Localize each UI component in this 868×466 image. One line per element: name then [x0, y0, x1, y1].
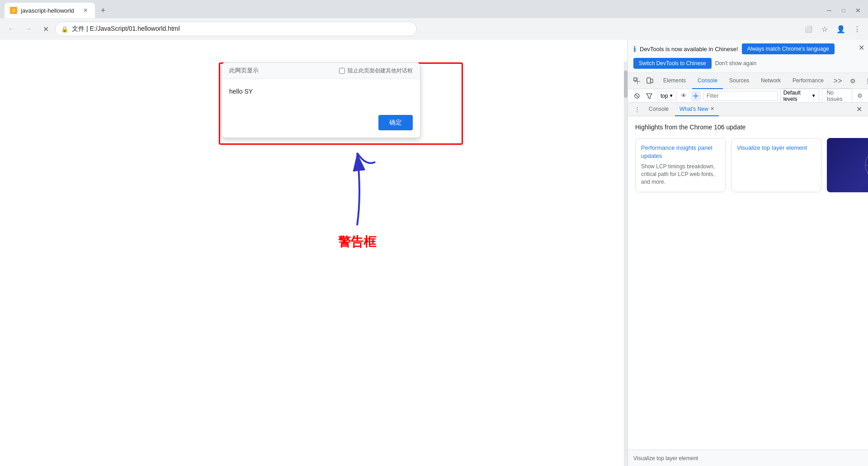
alert-body: hello SY — [222, 79, 420, 111]
new-tab-button[interactable]: + — [97, 4, 109, 17]
active-tab[interactable]: J javascript-helloworld ✕ — [5, 3, 95, 18]
forward-button[interactable]: → — [21, 21, 36, 37]
notification-close-button[interactable]: ✕ — [859, 43, 864, 52]
prevent-checkbox[interactable] — [339, 68, 345, 74]
address-text: 文件 | E:/JavaScript/01.helloworld.html — [72, 25, 411, 33]
devtools-bottom-panel: ⋮ Console What's New ✕ ✕ Highlights from… — [628, 103, 868, 466]
address-prefix: 文件 | — [72, 25, 88, 32]
main-area: 此网页显示 阻止此页面创建其他对话框 hello SY 确定 — [0, 40, 868, 466]
devtools-left-icons — [630, 76, 657, 86]
address-bar: ← → ✕ 🔒 文件 | E:/JavaScript/01.helloworld… — [0, 18, 868, 40]
console-gear-icon[interactable]: ⚙ — [855, 90, 864, 101]
top-context-select[interactable]: top ▼ — [657, 91, 677, 100]
card2-title[interactable]: Visualize top layer element — [737, 144, 816, 152]
visualize-text: Visualize top layer element — [633, 455, 698, 461]
lang-notification-text: DevTools is now available in Chinese! — [640, 46, 738, 52]
card1-desc: Show LCP timings breakdown, critical pat… — [641, 163, 720, 185]
device-toolbar-icon[interactable] — [644, 76, 655, 86]
page-scrollbar[interactable] — [624, 62, 627, 466]
alert-prevent-checkbox[interactable]: 阻止此页面创建其他对话框 — [339, 67, 413, 75]
language-notification: ℹ DevTools is now available in Chinese! … — [628, 40, 868, 73]
tab-close-button[interactable]: ✕ — [81, 6, 90, 14]
tab-sources[interactable]: Sources — [724, 73, 755, 89]
security-icon: 🔒 — [61, 26, 68, 33]
svg-rect-1 — [634, 78, 637, 81]
browser-frame: J javascript-helloworld ✕ + ─ □ ✕ ← → ✕ … — [0, 0, 868, 466]
update-card-performance: Performance insights panel updates Show … — [635, 138, 726, 192]
svg-line-7 — [636, 95, 638, 97]
settings-button[interactable]: ⚙ — [847, 75, 859, 87]
extensions-button[interactable]: ⋮ — [850, 22, 864, 36]
bottom-panel-menu-icon[interactable]: ⋮ — [632, 104, 642, 115]
update-card-text-2: Visualize top layer element — [731, 138, 821, 157]
filter-icon[interactable] — [644, 90, 655, 101]
arrow-annotation: 警告框 — [330, 148, 384, 251]
always-match-language-button[interactable]: Always match Chrome's language — [742, 43, 835, 54]
alert-footer: 确定 — [222, 111, 420, 138]
tab-console[interactable]: Console — [692, 73, 723, 89]
info-icon: ℹ — [633, 45, 636, 53]
update-card-video-thumbnail[interactable]: new — [827, 138, 868, 192]
alert-dialog: 此网页显示 阻止此页面创建其他对话框 hello SY 确定 — [222, 62, 420, 138]
top-label: top — [660, 93, 668, 99]
eye-button[interactable]: 👁 — [679, 90, 689, 101]
alert-origin: 此网页显示 — [229, 67, 259, 75]
scrollbar-thumb[interactable] — [624, 71, 627, 98]
default-levels-label: Default levels — [783, 90, 811, 102]
devtools-main-toolbar: Elements Console Sources Network Perform… — [628, 73, 868, 89]
more-options-button[interactable]: ⋮ — [861, 75, 868, 87]
tab-right-controls: ─ □ ✕ — [823, 4, 868, 18]
filter-input[interactable] — [703, 91, 778, 101]
maximize-button[interactable]: □ — [837, 4, 850, 17]
tab-network[interactable]: Network — [755, 73, 786, 89]
switch-to-chinese-button[interactable]: Switch DevTools to Chinese — [633, 58, 712, 69]
update-card-text-1: Performance insights panel updates Show … — [636, 138, 725, 191]
whats-new-content: Highlights from the Chrome 106 update Pe… — [628, 116, 868, 450]
address-right-buttons: ⬜ ☆ 👤 ⋮ — [801, 22, 864, 36]
tab-title: javascript-helloworld — [21, 7, 78, 14]
address-url: E:/JavaScript/01.helloworld.html — [90, 25, 179, 32]
annotation-label: 警告框 — [330, 233, 384, 251]
tab-console-bottom[interactable]: Console — [644, 103, 673, 116]
svg-point-9 — [695, 95, 697, 97]
back-button[interactable]: ← — [4, 21, 19, 37]
youtube-thumbnail: new — [827, 138, 868, 192]
bottom-panel-close-button[interactable]: ✕ — [854, 104, 864, 115]
tab-bar: J javascript-helloworld ✕ + ─ □ ✕ — [0, 0, 868, 18]
visualize-bar: Visualize top layer element — [628, 450, 868, 466]
inspect-element-icon[interactable] — [632, 76, 642, 86]
alert-message: hello SY — [229, 88, 413, 95]
clear-console-icon[interactable] — [632, 90, 642, 101]
minimize-button[interactable]: ─ — [823, 4, 835, 17]
update-cards: Performance insights panel updates Show … — [635, 138, 861, 192]
profile-button[interactable]: 👤 — [834, 22, 848, 36]
reload-button[interactable]: ✕ — [38, 21, 53, 37]
default-levels-dropdown[interactable]: Default levels ▼ — [780, 88, 819, 104]
card1-title[interactable]: Performance insights panel updates — [641, 144, 720, 160]
alert-dialog-overlay: 此网页显示 阻止此页面创建其他对话框 hello SY 确定 — [222, 62, 420, 138]
more-tabs-button[interactable]: >> — [830, 77, 846, 85]
svg-marker-8 — [646, 94, 652, 99]
svg-rect-4 — [647, 78, 651, 83]
tab-elements[interactable]: Elements — [658, 73, 691, 89]
decorative-circles — [863, 147, 868, 183]
prevent-label: 阻止此页面创建其他对话框 — [348, 67, 413, 75]
cast-button[interactable]: ⬜ — [801, 22, 816, 36]
devtools-toolbar-right: ⚙ ⋮ ✕ — [847, 75, 868, 87]
console-secondary-toolbar: top ▼ 👁 Default levels ▼ No Issues ⚙ — [628, 89, 868, 103]
tab-whats-new[interactable]: What's New ✕ — [675, 103, 719, 116]
close-button[interactable]: ✕ — [852, 4, 864, 17]
whats-new-tab-close[interactable]: ✕ — [710, 106, 714, 112]
alert-ok-button[interactable]: 确定 — [378, 115, 413, 130]
address-bar-input[interactable]: 🔒 文件 | E:/JavaScript/01.helloworld.html — [55, 22, 417, 36]
bookmark-button[interactable]: ☆ — [817, 22, 832, 36]
tab-performance[interactable]: Performance — [787, 73, 829, 89]
console-settings-icon[interactable] — [691, 90, 701, 101]
alert-header: 此网页显示 阻止此页面创建其他对话框 — [222, 63, 420, 79]
whats-new-header: Highlights from the Chrome 106 update — [635, 124, 861, 131]
tab-favicon: J — [10, 7, 17, 14]
dont-show-again-link[interactable]: Don't show again — [715, 60, 757, 67]
svg-rect-5 — [651, 79, 653, 83]
update-card-visualize: Visualize top layer element — [731, 138, 821, 192]
devtools-panel: ℹ DevTools is now available in Chinese! … — [627, 40, 868, 466]
